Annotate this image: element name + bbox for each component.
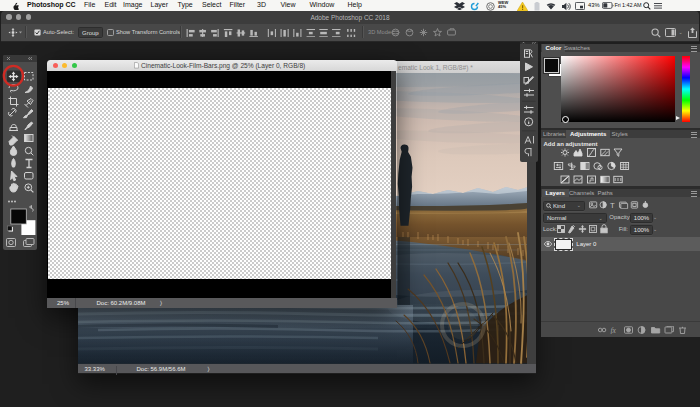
svg-text:fx: fx [611,326,617,334]
svg-text:T: T [610,201,615,209]
